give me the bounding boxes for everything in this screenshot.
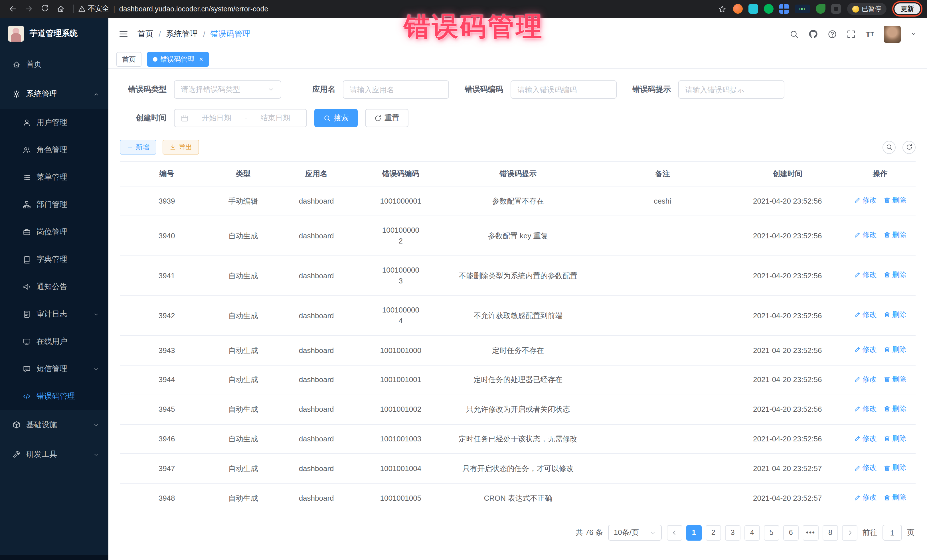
sidebar-item-system[interactable]: 系统管理 — [0, 79, 108, 109]
page-button-1[interactable]: 1 — [686, 525, 702, 540]
delete-link[interactable]: 删除 — [884, 230, 906, 241]
select-placeholder: 请选择错误码类型 — [181, 84, 240, 95]
profile-paused-badge[interactable]: 已暂停 — [847, 3, 886, 15]
chevron-down-icon — [93, 422, 99, 428]
sidebar-item-devtools[interactable]: 研发工具 — [0, 440, 108, 469]
security-label[interactable]: 不安全 — [88, 4, 109, 14]
sidebar-item-dept[interactable]: 部门管理 — [0, 191, 108, 219]
error-hint-input[interactable] — [678, 80, 784, 99]
toggle-search-icon[interactable] — [883, 141, 896, 154]
sidebar-item-dict[interactable]: 字典管理 — [0, 246, 108, 273]
browser-reload-icon[interactable] — [38, 2, 51, 16]
edit-link[interactable]: 修改 — [854, 374, 877, 385]
export-button[interactable]: 导出 — [163, 140, 199, 155]
app-name-input[interactable] — [343, 80, 449, 99]
delete-link[interactable]: 删除 — [884, 463, 906, 473]
browser-forward-icon[interactable] — [22, 2, 35, 16]
delete-link[interactable]: 删除 — [884, 195, 906, 206]
page-button-5[interactable]: 5 — [764, 525, 779, 540]
extensions-puzzle-icon[interactable] — [831, 4, 840, 14]
edit-link[interactable]: 修改 — [854, 492, 877, 503]
goto-page-input[interactable] — [883, 525, 902, 540]
sidebar-item-notice[interactable]: 通知公告 — [0, 273, 108, 300]
sidebar-item-home[interactable]: 首页 — [0, 50, 108, 79]
prev-page-button[interactable] — [667, 525, 682, 540]
sidebar-item-online-user[interactable]: 在线用户 — [0, 328, 108, 355]
breadcrumb-item[interactable]: 错误码管理 — [211, 29, 251, 39]
delete-link[interactable]: 删除 — [884, 492, 906, 503]
browser-back-icon[interactable] — [6, 2, 20, 16]
reset-button[interactable]: 重置 — [365, 109, 409, 127]
sidebar-item-audit-log[interactable]: 审计日志 — [0, 300, 108, 328]
extension-teal-icon[interactable] — [748, 4, 758, 14]
cell-code: 1001000002 — [360, 216, 442, 256]
delete-link[interactable]: 删除 — [884, 344, 906, 355]
cell-id: 3939 — [120, 186, 214, 216]
delete-link[interactable]: 删除 — [884, 374, 906, 385]
refresh-table-icon[interactable] — [903, 141, 916, 154]
edit-link[interactable]: 修改 — [854, 463, 877, 473]
header-search-icon[interactable] — [790, 29, 799, 38]
extension-leaf-icon[interactable] — [816, 4, 825, 14]
sidebar-item-error-code[interactable]: 错误码管理 — [0, 382, 108, 410]
search-button[interactable]: 搜索 — [314, 109, 358, 127]
cell-id: 3946 — [120, 424, 214, 454]
delete-link[interactable]: 删除 — [884, 433, 906, 444]
error-code-input[interactable] — [511, 80, 617, 99]
close-tab-icon[interactable]: × — [199, 56, 203, 63]
sidebar-item-user[interactable]: 用户管理 — [0, 109, 108, 136]
sidebar-item-infra[interactable]: 基础设施 — [0, 410, 108, 440]
delete-link[interactable]: 删除 — [884, 404, 906, 414]
edit-link[interactable]: 修改 — [854, 310, 877, 320]
edit-link[interactable]: 修改 — [854, 195, 877, 206]
page-button-4[interactable]: 4 — [745, 525, 760, 540]
cell-code: 1001001002 — [360, 395, 442, 424]
sidebar-item-post[interactable]: 岗位管理 — [0, 219, 108, 246]
page-size-select[interactable]: 10条/页 — [608, 525, 662, 540]
delete-link[interactable]: 删除 — [884, 270, 906, 281]
page-button-8[interactable]: 8 — [823, 525, 838, 540]
add-button[interactable]: 新增 — [120, 140, 156, 155]
page-button-2[interactable]: 2 — [706, 525, 721, 540]
edit-link[interactable]: 修改 — [854, 344, 877, 355]
user-avatar[interactable] — [884, 25, 901, 42]
breadcrumb-item[interactable]: 系统管理 — [166, 29, 198, 39]
cell-app: dashboard — [273, 484, 360, 513]
edit-link[interactable]: 修改 — [854, 433, 877, 444]
sidebar-item-sms[interactable]: 短信管理 — [0, 355, 108, 382]
more-pages-button[interactable]: ••• — [802, 525, 819, 540]
cell-type: 自动生成 — [214, 395, 272, 424]
browser-home-icon[interactable] — [54, 2, 67, 16]
next-page-button[interactable] — [842, 525, 857, 540]
date-range-picker[interactable]: 开始日期 - 结束日期 — [174, 109, 307, 127]
sidebar-item-menu[interactable]: 菜单管理 — [0, 164, 108, 191]
extension-on-switch-icon[interactable]: on — [794, 5, 810, 13]
address-url[interactable]: dashboard.yudao.iocoder.cn/system/error-… — [119, 5, 268, 13]
app-logo[interactable]: 芋道管理系统 — [0, 18, 108, 50]
edit-link[interactable]: 修改 — [854, 230, 877, 241]
page-button-3[interactable]: 3 — [725, 525, 740, 540]
cell-hint: 参数配置不存在 — [441, 186, 595, 216]
extension-green-icon[interactable] — [764, 4, 773, 14]
edit-link[interactable]: 修改 — [854, 404, 877, 414]
page-button-6[interactable]: 6 — [783, 525, 799, 540]
help-icon[interactable] — [828, 29, 837, 38]
github-icon[interactable] — [808, 29, 818, 39]
menu-item-label: 首页 — [26, 59, 42, 70]
delete-link[interactable]: 删除 — [884, 310, 906, 320]
tab-home[interactable]: 首页 — [116, 52, 141, 67]
sidebar-item-role[interactable]: 角色管理 — [0, 136, 108, 164]
edit-link[interactable]: 修改 — [854, 270, 877, 281]
error-type-select[interactable]: 请选择错误码类型 — [174, 80, 281, 99]
extension-grid-icon[interactable] — [779, 4, 789, 14]
annotation-overlay-title: 错误码管理 — [404, 9, 544, 44]
bookmark-star-icon[interactable] — [715, 2, 729, 16]
fullscreen-icon[interactable] — [847, 29, 856, 38]
user-dropdown-caret-icon[interactable] — [910, 31, 917, 37]
sidebar-collapse-icon[interactable] — [119, 29, 128, 39]
extension-red-icon[interactable] — [733, 4, 742, 14]
font-size-icon[interactable]: TT — [866, 29, 874, 38]
browser-update-button[interactable]: 更新 — [895, 3, 920, 14]
tab-error-code[interactable]: 错误码管理× — [147, 52, 209, 67]
breadcrumb-item[interactable]: 首页 — [137, 29, 153, 39]
